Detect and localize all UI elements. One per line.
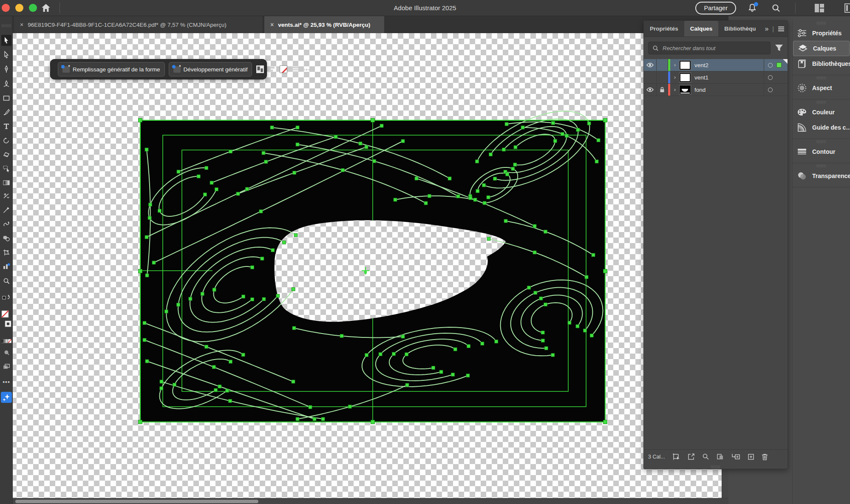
document-tab-vents[interactable]: × vents.ai* @ 25,93 % (RVB/Aperçu) bbox=[264, 16, 384, 33]
anchor-point[interactable] bbox=[448, 177, 451, 180]
anchor-point[interactable] bbox=[527, 286, 531, 289]
anchor-point[interactable] bbox=[576, 325, 579, 328]
anchor-point[interactable] bbox=[544, 303, 547, 306]
anchor-point[interactable] bbox=[158, 209, 161, 212]
anchor-point[interactable] bbox=[212, 288, 216, 292]
anchor-point[interactable] bbox=[502, 148, 505, 151]
anchor-point[interactable] bbox=[359, 142, 362, 145]
anchor-point[interactable] bbox=[160, 380, 163, 383]
anchor-point[interactable] bbox=[568, 321, 571, 324]
anchor-point[interactable] bbox=[365, 353, 368, 357]
export-button[interactable] bbox=[688, 453, 695, 460]
width-tool[interactable] bbox=[1, 190, 11, 201]
dock-grip[interactable]: |||||||| bbox=[793, 140, 850, 144]
anchor-point[interactable] bbox=[482, 184, 486, 187]
anchor-point[interactable] bbox=[590, 334, 593, 337]
anchor-point[interactable] bbox=[373, 159, 376, 163]
anchor-point[interactable] bbox=[262, 151, 265, 155]
anchor-point[interactable] bbox=[259, 210, 263, 213]
dock-grip[interactable]: |||||||| bbox=[793, 21, 850, 25]
layer-selection-indicator[interactable] bbox=[776, 84, 788, 96]
anchor-point[interactable] bbox=[493, 177, 497, 180]
dock-grip[interactable]: |||||||| bbox=[793, 100, 850, 105]
layer-row-vent1[interactable]: › vent1 bbox=[644, 71, 788, 84]
anchor-point[interactable] bbox=[236, 192, 240, 195]
anchor-point[interactable] bbox=[160, 387, 163, 390]
anchor-point[interactable] bbox=[201, 292, 204, 295]
anchor-point[interactable] bbox=[544, 346, 548, 350]
anchor-point[interactable] bbox=[504, 219, 507, 223]
anchor-point[interactable] bbox=[513, 163, 517, 166]
anchor-point[interactable] bbox=[292, 380, 295, 383]
anchor-point[interactable] bbox=[296, 126, 299, 129]
selection-handle[interactable] bbox=[371, 119, 375, 122]
anchor-point[interactable] bbox=[553, 139, 557, 143]
anchor-point[interactable] bbox=[293, 171, 296, 174]
visibility-toggle[interactable] bbox=[644, 71, 657, 83]
rectangle-tool[interactable] bbox=[1, 93, 11, 104]
anchor-point[interactable] bbox=[473, 198, 477, 201]
anchor-point[interactable] bbox=[466, 374, 470, 377]
generative-shape-fill-button[interactable]: Remplissage génératif de la forme bbox=[58, 62, 165, 76]
anchor-point[interactable] bbox=[143, 338, 146, 342]
anchor-point[interactable] bbox=[551, 121, 555, 125]
anchor-point[interactable] bbox=[145, 235, 148, 239]
anchor-point[interactable] bbox=[424, 201, 428, 205]
layer-thumbnail[interactable] bbox=[680, 73, 691, 82]
anchor-point[interactable] bbox=[595, 160, 598, 163]
arrange-button[interactable] bbox=[256, 64, 264, 74]
align-button[interactable] bbox=[268, 64, 276, 74]
anchor-point[interactable] bbox=[481, 342, 484, 345]
annotate-tool[interactable] bbox=[1, 163, 11, 174]
anchor-point[interactable] bbox=[145, 274, 149, 277]
anchor-point[interactable] bbox=[225, 389, 229, 392]
anchor-point[interactable] bbox=[271, 249, 275, 252]
document-canvas[interactable] bbox=[13, 33, 728, 498]
anchor-point[interactable] bbox=[228, 399, 232, 402]
anchor-point[interactable] bbox=[296, 417, 299, 421]
anchor-point[interactable] bbox=[597, 139, 600, 142]
layer-target[interactable] bbox=[764, 71, 776, 83]
anchor-point[interactable] bbox=[551, 353, 555, 357]
anchor-point[interactable] bbox=[309, 405, 312, 409]
anchor-point[interactable] bbox=[261, 257, 264, 260]
share-button[interactable]: Partager bbox=[695, 2, 736, 14]
anchor-point[interactable] bbox=[379, 352, 382, 356]
pen-tool[interactable] bbox=[1, 64, 11, 75]
hscroll-thumb[interactable] bbox=[15, 500, 258, 503]
anchor-point[interactable] bbox=[451, 373, 455, 376]
anchor-point[interactable] bbox=[262, 297, 266, 301]
lock-toggle[interactable] bbox=[657, 84, 668, 96]
anchor-point[interactable] bbox=[251, 266, 254, 269]
draw-modes[interactable] bbox=[1, 361, 11, 372]
anchor-point[interactable] bbox=[514, 145, 517, 149]
expand-chevron[interactable]: › bbox=[670, 84, 680, 96]
close-tab-icon[interactable]: × bbox=[270, 21, 274, 28]
visibility-toggle[interactable] bbox=[644, 84, 657, 96]
dock-item-aspect[interactable]: Aspect bbox=[793, 80, 850, 96]
anchor-point[interactable] bbox=[264, 160, 268, 164]
panel-menu-button[interactable] bbox=[775, 21, 788, 37]
layer-name[interactable]: fond bbox=[694, 84, 764, 96]
anchor-point[interactable] bbox=[453, 348, 457, 351]
dock-grip[interactable]: |||||||| bbox=[793, 76, 850, 80]
zoom-tool[interactable] bbox=[1, 275, 11, 286]
anchor-point[interactable] bbox=[380, 124, 383, 127]
color-mode-strip[interactable] bbox=[1, 336, 11, 347]
anchor-point[interactable] bbox=[313, 417, 316, 421]
anchor-point[interactable] bbox=[495, 340, 498, 343]
selection-handle[interactable] bbox=[139, 119, 142, 122]
anchor-point[interactable] bbox=[152, 261, 156, 264]
fill-stroke-indicator[interactable] bbox=[1, 309, 11, 331]
gradient-tool[interactable] bbox=[1, 177, 11, 188]
generative-expand-button[interactable]: Développement génératif bbox=[169, 62, 252, 76]
anchor-point[interactable] bbox=[365, 145, 368, 149]
anchor-point[interactable] bbox=[197, 175, 200, 178]
new-sublayer-button[interactable] bbox=[731, 453, 740, 460]
anchor-point[interactable] bbox=[487, 237, 490, 241]
ai-assistant-button[interactable] bbox=[1, 392, 12, 403]
anchor-point[interactable] bbox=[177, 303, 180, 306]
toolbar-grip[interactable]: |||||||| bbox=[1, 20, 11, 31]
anchor-point[interactable] bbox=[340, 334, 343, 338]
collect-artboard-button[interactable] bbox=[672, 453, 680, 460]
